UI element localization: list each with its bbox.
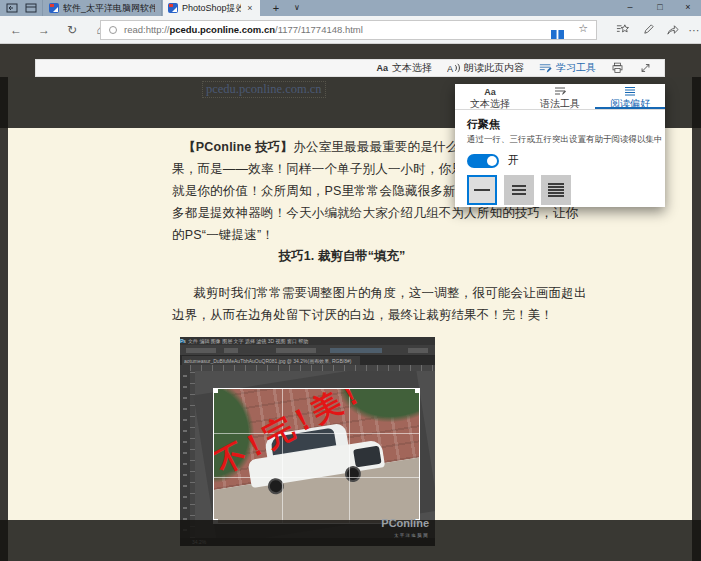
ps-menu-items: 文件 编辑 图像 图层 文字 选择 滤镜 3D 视图 窗口 帮助 — [188, 338, 308, 345]
learning-tools-panel: Aa 文本选择 语法工具 阅读偏好 行聚焦 通过一行、三行或五行突出设置有助于阅… — [455, 84, 665, 207]
tab-list-chevron-icon[interactable]: ∨ — [289, 1, 305, 15]
print-button[interactable] — [611, 62, 624, 74]
close-button[interactable]: × — [676, 0, 700, 16]
url-text: read:http://pcedu.pconline.com.cn/1177/1… — [124, 21, 363, 39]
url-domain: pcedu.pconline.com.cn — [169, 24, 275, 35]
fullscreen-expand-icon — [639, 62, 652, 74]
text-options-label: 文本选择 — [392, 61, 432, 75]
five-line-icon — [547, 182, 565, 198]
pconline-watermark: PConline 太平洋电脑网 — [351, 518, 429, 543]
three-line-icon — [510, 182, 528, 198]
panel-tab-bar: Aa 文本选择 语法工具 阅读偏好 — [455, 84, 665, 110]
one-line-icon — [473, 182, 491, 198]
read-aloud-button[interactable]: A 朗读此页内容 — [447, 61, 524, 75]
ps-canvas: 不！完！美！ — [190, 371, 435, 538]
three-line-focus-button[interactable] — [504, 175, 534, 205]
share-icon[interactable] — [662, 21, 682, 39]
panel-tab-reading-preferences[interactable]: 阅读偏好 — [595, 84, 665, 109]
set-tabs-aside-icon[interactable] — [5, 2, 19, 14]
ps-document-title: aotumeasur_DuBfuMeAuTbhAuOuQR081.jpg @ 3… — [184, 357, 351, 364]
tab-inactive-title: 软件_太平洋电脑网软件资讯 — [63, 2, 155, 15]
fullscreen-button[interactable] — [639, 62, 652, 74]
learning-tools-label: 学习工具 — [556, 61, 596, 75]
ps-toolbox — [180, 365, 190, 538]
ps-document-tab-row: aotumeasur_DuBfuMeAuTbhAuOuQR081.jpg @ 3… — [180, 356, 435, 365]
ps-menu-bar: Ps 文件 编辑 图像 图层 文字 选择 滤镜 3D 视图 窗口 帮助 — [180, 337, 435, 345]
line-focus-toggle-row: 开 — [467, 153, 653, 168]
more-icon[interactable]: ⋯ — [684, 21, 701, 39]
line-focus-size-buttons — [467, 175, 653, 205]
new-tab-button[interactable]: + — [268, 1, 284, 15]
learning-tools-button[interactable]: 学习工具 — [539, 61, 596, 75]
favorite-star-icon[interactable]: ☆ — [578, 22, 588, 35]
article-section-heading: 技巧1. 裁剪自带“填充” — [172, 248, 512, 265]
article-image-photoshop-screenshot: Ps 文件 编辑 图像 图层 文字 选择 滤镜 3D 视图 窗口 帮助 aotu… — [180, 337, 435, 546]
address-bar[interactable]: read:http://pcedu.pconline.com.cn/1177/1… — [100, 20, 597, 40]
line-focus-description: 通过一行、三行或五行突出设置有助于阅读得以集中 — [467, 134, 653, 146]
one-line-focus-button[interactable] — [467, 175, 497, 205]
text-options-icon: Aa — [455, 86, 525, 98]
print-icon — [611, 62, 624, 74]
learning-tools-icon — [539, 62, 552, 74]
tab-active[interactable]: PhotoShop提效小妙招！ × — [163, 0, 260, 16]
line-focus-title: 行聚焦 — [467, 117, 653, 132]
ps-crop-box: 不！完！美！ — [213, 388, 420, 524]
tab-close-icon[interactable]: × — [245, 3, 255, 13]
toggle-state-label: 开 — [508, 153, 519, 168]
panel-tab-text-options[interactable]: Aa 文本选择 — [455, 84, 525, 109]
crop-grid-line — [214, 477, 419, 478]
back-icon[interactable]: ← — [6, 21, 26, 39]
panel-tab-grammar-tools[interactable]: 语法工具 — [525, 84, 595, 109]
article-paragraph-line: 的PS“一键提速”！ — [172, 224, 274, 246]
tab-inactive[interactable]: 软件_太平洋电脑网软件资讯 — [42, 0, 162, 16]
text-options-icon: Aa — [376, 63, 388, 73]
tab-preview-icon[interactable] — [24, 2, 38, 14]
reading-view-icon[interactable] — [551, 25, 564, 35]
text-options-button[interactable]: Aa 文本选择 — [376, 61, 432, 75]
ps-options-bar — [180, 345, 435, 356]
line-focus-toggle[interactable] — [467, 154, 499, 168]
svg-text:A: A — [447, 64, 454, 74]
grammar-tools-icon — [525, 86, 595, 98]
pconline-favicon — [168, 3, 178, 13]
pconline-favicon — [49, 3, 59, 13]
reading-view-toolbar: Aa 文本选择 A 朗读此页内容 学习工具 — [35, 59, 665, 77]
ps-logo: Ps — [180, 339, 184, 343]
article-lead: 【PConline 技巧】 — [183, 140, 293, 154]
refresh-icon[interactable]: ↻ — [62, 21, 82, 39]
tab-active-title: PhotoShop提效小妙招！ — [182, 2, 241, 15]
browser-window: 软件_太平洋电脑网软件资讯 PhotoShop提效小妙招！ × + ∨ – □ … — [0, 0, 701, 561]
article-paragraph-line: 边界，从而在边角处留下讨厌的白边，最终让裁剪结果不！完！美！ — [172, 304, 553, 326]
navigation-bar: ← → ↻ ⌂ read:http://pcedu.pconline.com.c… — [0, 16, 701, 44]
web-note-pen-icon[interactable] — [638, 21, 658, 39]
minimize-button[interactable]: – — [618, 0, 642, 16]
read-aloud-icon: A — [447, 62, 460, 74]
ps-document-tab: aotumeasur_DuBfuMeAuTbhAuOuQR081.jpg @ 3… — [182, 356, 360, 365]
site-link[interactable]: pcedu.pconline.com.cn — [202, 81, 326, 98]
titlebar: 软件_太平洋电脑网软件资讯 PhotoShop提效小妙招！ × + ∨ – □ … — [0, 0, 701, 16]
crop-handle — [214, 389, 218, 393]
article-paragraph-line: 裁剪时我们常常需要调整图片的角度，这一调整，很可能会让画面超出 — [193, 282, 587, 304]
read-aloud-label: 朗读此页内容 — [464, 61, 524, 75]
crop-handle — [415, 389, 419, 393]
forward-icon[interactable]: → — [34, 21, 54, 39]
page-info-icon[interactable] — [109, 26, 117, 34]
five-line-focus-button[interactable] — [541, 175, 571, 205]
maximize-button[interactable]: □ — [648, 0, 672, 16]
reading-preferences-icon — [595, 86, 665, 98]
hub-favorites-icon[interactable] — [612, 21, 632, 39]
